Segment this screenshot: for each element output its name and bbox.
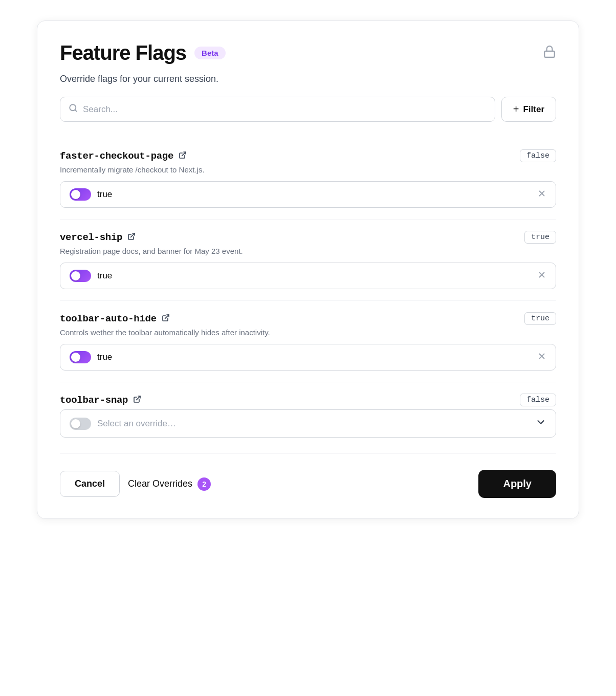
external-link-icon[interactable] xyxy=(133,395,141,405)
title-group: Feature Flags Beta xyxy=(60,41,226,64)
toggle-thumb xyxy=(71,190,80,199)
close-icon[interactable] xyxy=(537,270,546,282)
close-icon[interactable] xyxy=(537,189,546,201)
flag-item: toolbar-snap false xyxy=(60,382,556,449)
flag-override-row: true xyxy=(60,263,556,289)
flag-description: Incrementally migrate /checkout to Next.… xyxy=(60,165,556,174)
filter-label: Filter xyxy=(523,104,544,115)
external-link-icon[interactable] xyxy=(127,232,136,243)
toggle-label: true xyxy=(97,352,112,362)
svg-line-12 xyxy=(137,396,140,400)
footer-left: Cancel Clear Overrides 2 xyxy=(60,471,211,497)
cancel-button[interactable]: Cancel xyxy=(60,471,120,497)
flag-header: vercel-ship true xyxy=(60,231,556,244)
external-link-icon[interactable] xyxy=(179,151,187,161)
flag-header: toolbar-auto-hide true xyxy=(60,312,556,325)
flag-name-row: toolbar-snap xyxy=(60,395,141,406)
flag-name: toolbar-snap xyxy=(60,395,128,406)
flag-item: vercel-ship true Registration page docs,… xyxy=(60,220,556,301)
toggle-track xyxy=(70,270,91,282)
external-link-icon[interactable] xyxy=(162,314,170,324)
subtitle: Override flags for your current session. xyxy=(60,74,556,84)
override-count-badge: 2 xyxy=(197,477,211,491)
flag-list: faster-checkout-page false Incrementally… xyxy=(60,138,556,449)
select-override-placeholder: Select an override… xyxy=(97,419,176,429)
toggle-thumb xyxy=(71,419,80,428)
search-filter-row: + Filter xyxy=(60,97,556,122)
toggle-value: true xyxy=(70,351,112,363)
flag-default-badge: true xyxy=(524,231,556,244)
chevron-down-icon[interactable] xyxy=(535,417,546,430)
filter-button[interactable]: + Filter xyxy=(501,97,556,122)
toggle-track xyxy=(70,351,91,363)
toggle[interactable] xyxy=(70,188,91,201)
toggle-value: true xyxy=(70,270,112,282)
clear-overrides-label: Clear Overrides xyxy=(128,478,192,489)
flag-name: toolbar-auto-hide xyxy=(60,313,157,324)
flag-name-row: vercel-ship xyxy=(60,232,136,243)
toggle[interactable] xyxy=(70,351,91,363)
toggle-label: true xyxy=(97,271,112,281)
flag-default-badge: true xyxy=(524,312,556,325)
search-icon xyxy=(69,103,78,115)
toggle-track-off xyxy=(70,418,91,430)
svg-line-9 xyxy=(165,315,168,318)
toggle-thumb xyxy=(71,353,80,362)
lock-icon[interactable] xyxy=(543,45,556,61)
flag-override-row: true xyxy=(60,344,556,371)
apply-button[interactable]: Apply xyxy=(478,470,556,498)
flag-name: vercel-ship xyxy=(60,232,122,243)
feature-flags-panel: Feature Flags Beta Override flags for yo… xyxy=(37,20,579,519)
close-icon[interactable] xyxy=(537,352,546,363)
search-input[interactable] xyxy=(83,104,487,115)
svg-line-3 xyxy=(182,152,186,156)
flag-override-row-select: Select an override… xyxy=(60,409,556,438)
select-override: Select an override… xyxy=(70,418,535,430)
flag-header: toolbar-snap false xyxy=(60,394,556,406)
page-title: Feature Flags xyxy=(60,41,186,64)
flag-description: Controls wether the toolbar automaticall… xyxy=(60,328,556,337)
header-row: Feature Flags Beta xyxy=(60,41,556,64)
flag-default-badge: false xyxy=(520,394,556,406)
svg-rect-0 xyxy=(544,51,555,57)
toggle-value: true xyxy=(70,188,112,201)
clear-overrides-button[interactable]: Clear Overrides 2 xyxy=(128,477,211,491)
flag-name-row: faster-checkout-page xyxy=(60,150,187,162)
footer: Cancel Clear Overrides 2 Apply xyxy=(60,453,556,498)
beta-badge: Beta xyxy=(194,47,226,59)
flag-name: faster-checkout-page xyxy=(60,150,173,162)
flag-item: toolbar-auto-hide true Controls wether t… xyxy=(60,301,556,382)
toggle[interactable] xyxy=(70,270,91,282)
svg-line-2 xyxy=(75,110,76,111)
flag-name-row: toolbar-auto-hide xyxy=(60,313,170,324)
toggle-thumb xyxy=(71,271,80,280)
flag-default-badge: false xyxy=(520,149,556,162)
flag-override-row: true xyxy=(60,181,556,208)
toggle-label: true xyxy=(97,189,112,200)
flag-description: Registration page docs, and banner for M… xyxy=(60,247,556,255)
search-box xyxy=(60,97,495,122)
plus-icon: + xyxy=(513,103,519,115)
svg-line-6 xyxy=(131,233,135,237)
toggle[interactable] xyxy=(70,418,91,430)
toggle-track xyxy=(70,188,91,201)
flag-header: faster-checkout-page false xyxy=(60,149,556,162)
flag-item: faster-checkout-page false Incrementally… xyxy=(60,138,556,220)
